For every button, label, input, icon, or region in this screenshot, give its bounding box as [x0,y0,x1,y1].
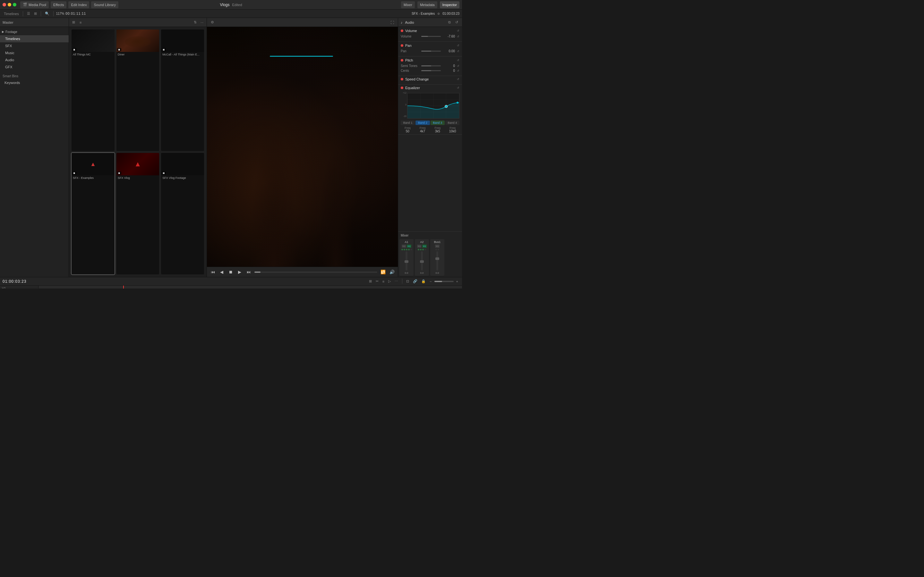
volume-header[interactable]: Volume ↺ [401,29,459,33]
right-tools: Mixer Metadata Inspector [401,1,459,8]
pan-slider[interactable] [421,51,441,52]
ch-dyn-a1[interactable]: EQ [407,245,411,248]
tl-zoom-in[interactable]: + [455,279,459,284]
loop-icon[interactable]: 🔁 [380,269,386,276]
eq-band-2[interactable]: Band 2 [415,121,430,125]
timeline-timecode: 01:00:03:23 [3,279,26,284]
media-thumb-sfx-examples[interactable]: ▲ ▣ SFX - Examples [71,153,115,274]
tl-snap[interactable]: ⊡ [405,279,410,284]
tl-zoom-controls: − + [428,279,459,284]
tl-zoom-out[interactable]: − [428,279,433,284]
semitones-reset-icon[interactable]: ↺ [457,64,459,68]
equalizer-display[interactable] [407,93,459,119]
eq-reset[interactable]: ↺ [457,86,459,89]
close-button[interactable] [3,3,6,6]
tl-tool-4[interactable]: ▷ [387,279,392,284]
view-list-button[interactable]: ☰ [26,11,31,16]
pan-reset[interactable]: ↺ [457,44,459,47]
fullscreen-preview-button[interactable]: ⛶ [389,20,395,25]
nav-play-icon[interactable]: ▶ [236,269,243,276]
cents-slider[interactable] [421,70,441,71]
tree-timelines[interactable]: Timelines [0,35,69,42]
grid-settings-button[interactable]: ≡ [78,20,83,25]
tree-keywords[interactable]: Keywords [3,79,66,86]
speed-reset[interactable]: ↺ [457,77,459,81]
nav-end-icon[interactable]: ⏭ [246,269,252,276]
fader-bus1[interactable] [436,251,438,271]
dot-5 [410,249,412,250]
tree-audio[interactable]: Audio [0,56,69,63]
fader-a1[interactable] [405,251,407,271]
media-thumb-sfx-vlog[interactable]: ▲ ▣ SFX Vlog [116,153,160,274]
effects-button[interactable]: Effects [51,1,66,8]
tl-tool-3[interactable]: ≡ [381,279,386,284]
edit-index-button[interactable]: Edit Index [68,1,89,8]
media-thumb-mccall[interactable]: ▣ McCall - All Things (Main E... [161,29,204,151]
tl-tool-1[interactable]: ⊞ [368,279,373,284]
speed-header[interactable]: Speed Change ↺ [401,77,459,81]
nav-back-icon[interactable]: ◀ [218,269,225,276]
main-layout: Master ▶ Footage Timelines SFX Music Aud… [0,18,462,277]
tree-gfx[interactable]: GFX [0,63,69,71]
vol-reset-icon[interactable]: ↺ [457,35,459,38]
cents-row: Cents 0 ↺ [401,69,459,73]
semitones-slider[interactable] [421,65,441,66]
minimize-button[interactable] [8,3,11,6]
media-thumb-all-things[interactable]: ▣ All Things MC [71,29,115,151]
pitch-header[interactable]: Pitch ↺ [401,58,459,62]
eq-band-3[interactable]: Band 3 [431,121,445,125]
tree-music[interactable]: Music [0,49,69,56]
view-grid-button[interactable]: ⊞ [33,11,38,16]
thumb-img-4: ▲ ▣ [71,153,115,175]
tl-link[interactable]: 🔗 [412,279,419,284]
timelines-button[interactable]: Timelines [3,11,20,16]
inspector-reset-button[interactable]: ↺ [454,19,459,25]
settings-icon[interactable]: ⚙ [437,12,440,15]
cents-reset-icon[interactable]: ↺ [457,69,459,73]
pan-value: 0.00 [442,49,455,53]
audio-icon[interactable]: 🔊 [389,269,395,276]
nav-start-icon[interactable]: ⏮ [210,269,216,276]
media-pool-button[interactable]: 🎬 Media Pool [20,1,49,8]
sort-button[interactable]: ⇅ [192,19,198,25]
progress-bar[interactable] [254,271,377,273]
pitch-reset[interactable]: ↺ [457,59,459,62]
pan-header[interactable]: Pan ↺ [401,44,459,47]
eq-header[interactable]: Equalizer ↺ [401,86,459,90]
eq-band-4[interactable]: Band 4 [445,121,459,125]
fader-a2[interactable] [421,251,423,271]
search-button[interactable]: 🔍 [44,11,51,16]
nav-stop-icon[interactable]: ⏹ [228,269,234,276]
tree-sfx[interactable]: SFX [0,42,69,49]
more-options-button[interactable]: ··· [199,19,205,25]
thumb-badge-6: ▣ [162,171,166,175]
pan-reset-icon[interactable]: ↺ [457,50,459,53]
sound-library-button[interactable]: Sound Library [91,1,118,8]
metadata-button[interactable]: Metadata [417,1,437,8]
media-thumb-diner[interactable]: ▣ Diner [116,29,160,151]
media-thumb-sfx-vlog-footage[interactable]: ▣ SFX Vlog Footage [161,153,204,274]
tl-lock[interactable]: 🔒 [420,279,427,284]
inspector-button[interactable]: Inspector [440,1,459,8]
fullscreen-button[interactable] [13,3,16,6]
eq-band-1[interactable]: Band 1 [401,121,415,125]
volume-reset[interactable]: ↺ [457,29,459,32]
ch-eq-a1[interactable]: EQ [402,245,406,248]
pan-row: Pan 0.00 ↺ [401,49,459,53]
grid-view-button[interactable]: ⊞ [71,19,76,25]
volume-slider[interactable] [421,36,441,37]
mixer-button[interactable]: Mixer [401,1,415,8]
tree-footage[interactable]: ▶ Footage [0,28,69,35]
preview-settings-button[interactable]: ⚙ [210,19,215,25]
equalizer-section: Equalizer ↺ +12 0 -20 [398,85,462,135]
tl-tool-5[interactable]: ⋯ [393,279,399,284]
timeline-ruler[interactable]: 01:00:00:00 01:00:04:00 01:00:08:00 01:0… [39,285,462,288]
inspector-copy-button[interactable]: ⧉ [447,19,452,25]
ch-eq-a2[interactable]: EQ [417,245,422,248]
ch-dyn-a2[interactable]: EQ [422,245,427,248]
tl-zoom-slider[interactable] [435,281,454,282]
timeline-header: 01:00:03:23 ⊞ ✂ ≡ ▷ ⋯ ⊡ 🔗 🔒 − + [0,277,462,285]
speed-section: Speed Change ↺ [398,76,462,85]
tl-tool-2[interactable]: ✂ [375,279,380,284]
ch-eq-bus1[interactable]: EQ [435,245,439,248]
